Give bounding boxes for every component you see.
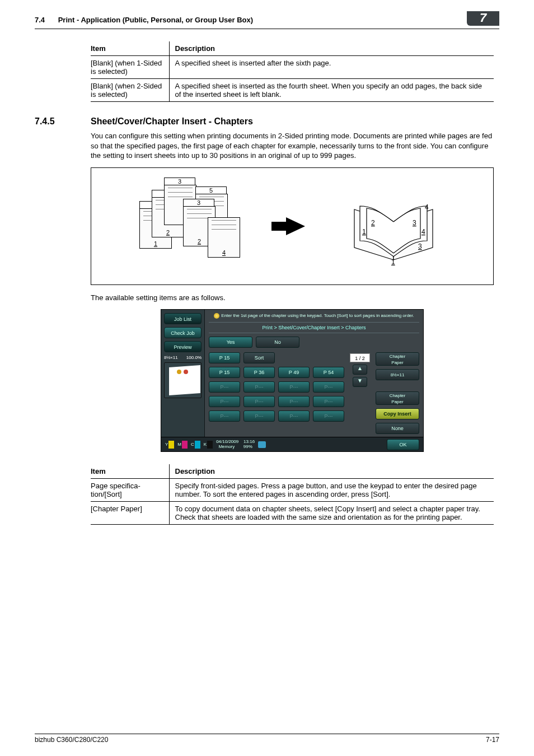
th-item: Item — [91, 41, 169, 56]
bulb-icon — [214, 313, 219, 319]
table-row: [Blank] (when 2-Sided is selected) A spe… — [91, 79, 494, 102]
page-slot-button[interactable]: P 54 — [313, 367, 344, 378]
th-desc: Description — [169, 41, 494, 56]
page-slot-button[interactable]: P--- — [313, 381, 344, 393]
page-down-button[interactable]: ▼ — [353, 377, 367, 387]
ok-button[interactable]: OK — [387, 439, 419, 450]
toner-c-icon — [195, 441, 200, 449]
svg-text:2: 2 — [371, 219, 375, 227]
header-section-num: 7.4 — [35, 16, 45, 24]
page-slot-button[interactable]: P--- — [209, 396, 240, 407]
section-heading: 7.4.5 Sheet/Cover/Chapter Insert - Chapt… — [35, 116, 499, 127]
preview-tab[interactable]: Preview — [164, 341, 202, 352]
svg-text:1: 1 — [362, 228, 366, 236]
arrow-right-icon — [286, 217, 305, 235]
available-items-text: The available setting items are as follo… — [91, 293, 499, 303]
page-slot-button[interactable]: P 49 — [278, 367, 310, 378]
zoom-label: 100.0% — [186, 355, 202, 360]
page-slot-button[interactable]: P--- — [209, 410, 240, 422]
chapter-tab: 7 — [467, 11, 499, 26]
toner-m-icon — [182, 441, 188, 449]
header-title: Print - Application (Public, Personal, o… — [58, 16, 253, 24]
page-slot-button[interactable]: P--- — [243, 381, 275, 393]
sort-button[interactable]: Sort — [243, 352, 275, 363]
page-slot-button[interactable]: P 36 — [243, 367, 275, 378]
svg-text:3: 3 — [418, 242, 422, 250]
table-settings: Item Description Page specifica­tion/[So… — [91, 464, 494, 525]
chapter-paper-button-2[interactable]: Chapter Paper — [376, 391, 419, 405]
booklet-icon: 1 2 4 3 4 3 1 — [338, 193, 449, 265]
th-desc: Description — [169, 464, 494, 479]
preview-thumbnail — [164, 362, 202, 398]
page-slot-button[interactable]: P--- — [313, 410, 344, 422]
page-slot-button[interactable]: P--- — [278, 381, 310, 393]
page-header: 7.4 Print - Application (Public, Persona… — [35, 16, 499, 29]
th-item: Item — [91, 464, 169, 479]
svg-text:4: 4 — [421, 228, 425, 236]
status-icon — [258, 441, 266, 448]
section-paragraph: You can configure this setting when prin… — [91, 131, 499, 161]
footer-pagenum: 7-17 — [486, 736, 499, 744]
table-blank-options: Item Description [Blank] (when 1-Sided i… — [91, 41, 494, 102]
table-row: Page specifica­tion/[Sort] Specify front… — [91, 479, 494, 502]
toner-k-icon — [207, 441, 213, 449]
svg-text:3: 3 — [413, 219, 416, 227]
page-footer: bizhub C360/C280/C220 7-17 — [35, 734, 499, 744]
page-slot-button[interactable]: P 15 — [209, 367, 240, 378]
page-slot-button[interactable]: P--- — [313, 396, 344, 407]
job-list-button[interactable]: Job List — [164, 313, 202, 324]
device-panel: Job List Check Job Preview 8½×11 100.0% … — [161, 309, 424, 452]
section-number: 7.4.5 — [35, 116, 91, 127]
page-slot-button[interactable]: P--- — [243, 396, 275, 407]
page-slot-button[interactable]: P--- — [278, 396, 310, 407]
svg-text:4: 4 — [425, 203, 429, 211]
chapter-diagram: 1 1 2 2 3 5 5 — [91, 167, 494, 285]
no-button[interactable]: No — [256, 337, 299, 348]
section-title: Sheet/Cover/Chapter Insert - Chapters — [91, 116, 253, 127]
yes-button[interactable]: Yes — [209, 337, 252, 348]
table-row: [Blank] (when 1-Sided is selected) A spe… — [91, 56, 494, 79]
footer-datetime: 04/10/2009 13:16 Memory 99% — [216, 440, 255, 450]
page-indicator: 1 / 2 — [350, 353, 370, 362]
breadcrumb: Print > Sheet/Cover/Chapter Insert > Cha… — [209, 322, 419, 333]
page-slot-button[interactable]: P--- — [243, 410, 275, 422]
check-job-button[interactable]: Check Job — [164, 327, 202, 338]
page-slot-button[interactable]: P--- — [278, 410, 310, 422]
panel-tip: Enter the 1st page of the chapter using … — [209, 313, 419, 319]
papersize-label: 8½×11 — [164, 355, 178, 360]
copy-insert-button[interactable]: Copy Insert — [376, 408, 419, 419]
toner-y-icon — [168, 441, 174, 449]
none-button[interactable]: None — [376, 423, 419, 434]
tray-button[interactable]: 8½×11 — [376, 369, 419, 380]
table-row: [Chapter Paper] To copy document data on… — [91, 502, 494, 525]
footer-model: bizhub C360/C280/C220 — [35, 736, 108, 744]
page-field[interactable]: P 15 — [209, 352, 240, 363]
chapter-paper-button[interactable]: Chapter Paper — [376, 352, 419, 366]
page-slot-button[interactable]: P--- — [209, 381, 240, 393]
page-up-button[interactable]: ▲ — [353, 365, 367, 375]
svg-text:1: 1 — [391, 258, 395, 265]
